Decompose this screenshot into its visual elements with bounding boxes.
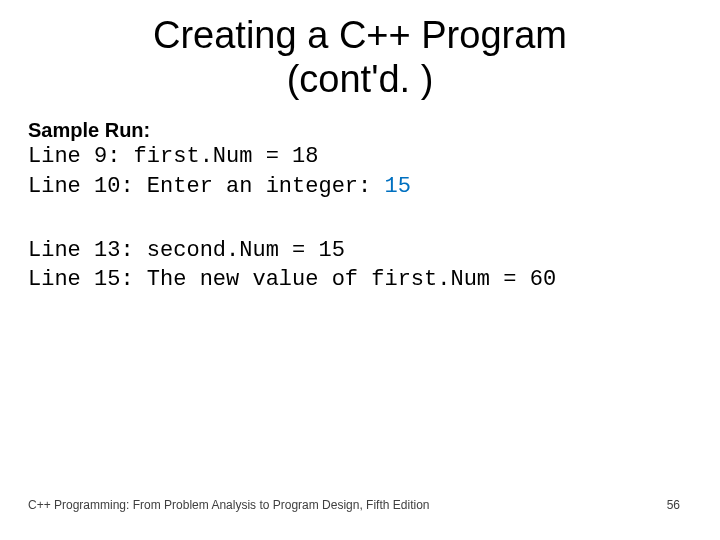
output-line-10: Line 10: Enter an integer: 15 [28,172,692,202]
output-line-9: Line 9: first.Num = 18 [28,142,692,172]
output-line-10-prefix: Line 10: Enter an integer: [28,174,384,199]
user-input-value: 15 [384,174,410,199]
slide-body: Sample Run: Line 9: first.Num = 18 Line … [0,101,720,295]
output-line-15: Line 15: The new value of first.Num = 60 [28,265,692,295]
title-line-2: (cont'd. ) [287,58,434,100]
slide-title: Creating a C++ Program (cont'd. ) [0,0,720,101]
footer-book-title: C++ Programming: From Problem Analysis t… [28,498,429,512]
output-block-2: Line 13: second.Num = 15 Line 15: The ne… [28,236,692,295]
page-number: 56 [667,498,680,512]
output-line-13: Line 13: second.Num = 15 [28,236,692,266]
title-line-1: Creating a C++ Program [153,14,567,56]
sample-run-label: Sample Run: [28,119,692,142]
